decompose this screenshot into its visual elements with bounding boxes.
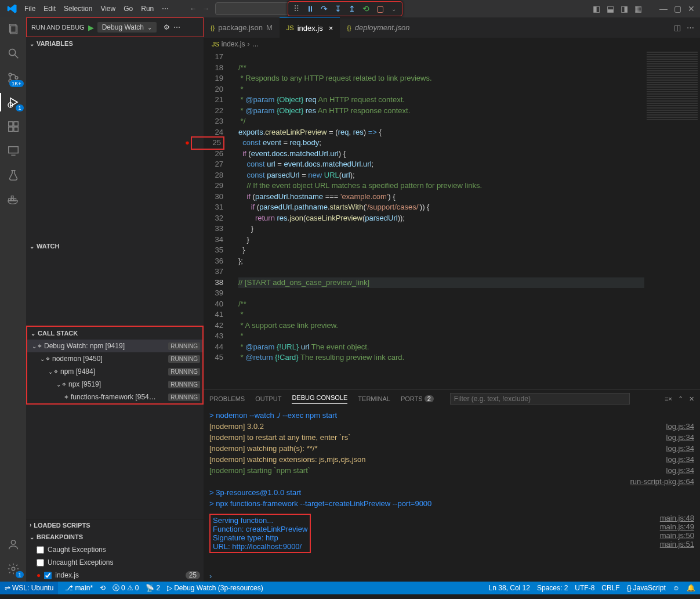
notifications-icon[interactable]: 🔔 bbox=[687, 584, 695, 592]
activity-docker-icon[interactable] bbox=[6, 193, 20, 207]
call-stack-row[interactable]: ⌄⌖npx [9519]RUNNING bbox=[27, 378, 202, 391]
menu-run[interactable]: Run bbox=[137, 3, 157, 14]
svg-rect-10 bbox=[8, 127, 12, 131]
bp-caught[interactable]: Caught Exceptions bbox=[26, 543, 204, 556]
debug-step-over-icon[interactable]: ↷ bbox=[318, 4, 330, 13]
activity-explorer-icon[interactable] bbox=[6, 22, 20, 36]
debug-step-out-icon[interactable]: ↥ bbox=[346, 4, 358, 13]
activity-bar: 1K+ 1 1 bbox=[0, 17, 26, 582]
tab-deployment-json[interactable]: {}deployment.json bbox=[340, 17, 416, 38]
status-errors[interactable]: ⓧ 0 ⚠ 0 bbox=[113, 583, 139, 593]
chevron-down-icon: ⌄ bbox=[30, 243, 34, 250]
panel-maximize-icon[interactable]: ⌃ bbox=[678, 395, 683, 403]
call-stack-row[interactable]: ⌖functions-framework [954…RUNNING bbox=[27, 391, 202, 403]
tab-index-js[interactable]: JSindex.js× bbox=[280, 17, 340, 38]
menu-go[interactable]: Go bbox=[120, 3, 136, 14]
debug-step-into-icon[interactable]: ↧ bbox=[332, 4, 344, 13]
window-close-icon[interactable]: ✕ bbox=[686, 4, 697, 13]
language-status[interactable]: {} JavaScript bbox=[627, 584, 666, 592]
window-minimize-icon[interactable]: — bbox=[658, 4, 669, 13]
start-debug-icon[interactable]: ▶ bbox=[88, 23, 94, 32]
panel-tab-output[interactable]: OUTPUT bbox=[255, 395, 281, 402]
panel-tab-ports[interactable]: PORTS 2 bbox=[401, 395, 434, 402]
bp-file[interactable]: ●index.js25 bbox=[26, 569, 204, 582]
filter-input[interactable] bbox=[450, 393, 630, 405]
debug-more-icon[interactable]: ⌄ bbox=[388, 6, 400, 12]
activity-settings-icon[interactable]: 1 bbox=[6, 562, 20, 576]
layout-customize-icon[interactable]: ▦ bbox=[633, 4, 643, 13]
svg-rect-12 bbox=[13, 122, 17, 126]
app-menu: File Edit Selection View Go Run ⋯ bbox=[21, 3, 172, 14]
debug-stop-icon[interactable]: ▢ bbox=[374, 4, 386, 13]
chevron-down-icon: ⌄ bbox=[30, 41, 34, 47]
watch-body bbox=[26, 252, 204, 326]
variables-header[interactable]: ⌄VARIABLES bbox=[26, 37, 204, 50]
remote-indicator[interactable]: ⇌ WSL: Ubuntu bbox=[0, 582, 58, 594]
breakpoints-panel: ⌄BREAKPOINTS Caught Exceptions Uncaught … bbox=[26, 531, 204, 582]
cursor-position[interactable]: Ln 38, Col 12 bbox=[489, 584, 530, 592]
menu-file[interactable]: File bbox=[21, 3, 39, 14]
activity-debug-icon[interactable]: 1 bbox=[6, 95, 20, 109]
window-maximize-icon[interactable]: ▢ bbox=[672, 4, 683, 13]
code-editor[interactable]: 1718192021222324252627282930313233343536… bbox=[204, 50, 700, 389]
debug-config-select[interactable]: Debug Watch⌄ bbox=[97, 22, 157, 33]
more-icon[interactable]: ⋯ bbox=[173, 23, 180, 31]
status-debug-task[interactable]: ▷ Debug Watch (3p-resources) bbox=[167, 584, 263, 592]
split-editor-icon[interactable]: ◫ bbox=[674, 23, 681, 32]
breadcrumb[interactable]: JSindex.js›… bbox=[204, 38, 700, 50]
nav-history: ← → bbox=[190, 5, 209, 13]
breakpoints-header[interactable]: ⌄BREAKPOINTS bbox=[26, 531, 204, 543]
watch-header[interactable]: ⌄WATCH bbox=[26, 240, 204, 252]
menu-edit[interactable]: Edit bbox=[40, 3, 59, 14]
panel-close-icon[interactable]: ✕ bbox=[689, 395, 694, 403]
nav-forward-icon[interactable]: → bbox=[202, 5, 209, 13]
svg-point-6 bbox=[15, 77, 18, 80]
status-ports[interactable]: 📡 2 bbox=[146, 584, 160, 592]
call-stack-row[interactable]: ⌄⌖nodemon [9450]RUNNING bbox=[27, 352, 202, 365]
line-gutter[interactable]: 1718192021222324252627282930313233343536… bbox=[204, 50, 231, 389]
svg-point-4 bbox=[9, 73, 12, 76]
bp-uncaught[interactable]: Uncaught Exceptions bbox=[26, 556, 204, 569]
debug-toolbar: ⠿ ⏸ ↷ ↧ ↥ ⟲ ▢ ⌄ bbox=[288, 1, 402, 16]
callstack-header[interactable]: ⌄CALL STACK bbox=[27, 327, 202, 340]
drag-handle-icon[interactable]: ⠿ bbox=[291, 4, 302, 13]
debug-pause-icon[interactable]: ⏸ bbox=[304, 4, 316, 13]
settings-badge: 1 bbox=[16, 571, 23, 578]
menu-selection[interactable]: Selection bbox=[60, 3, 96, 14]
activity-remote-icon[interactable] bbox=[6, 144, 20, 158]
activity-account-icon[interactable] bbox=[6, 537, 20, 551]
layout-toggle-left-icon[interactable]: ◧ bbox=[591, 4, 601, 13]
menu-overflow-icon[interactable]: ⋯ bbox=[158, 3, 172, 14]
activity-testing-icon[interactable] bbox=[6, 168, 20, 182]
editor-more-icon[interactable]: ⋯ bbox=[687, 23, 694, 32]
git-sync-icon[interactable]: ⟲ bbox=[100, 584, 106, 592]
loaded-scripts-header[interactable]: ›LOADED SCRIPTS bbox=[26, 519, 204, 531]
panel-tab-problems[interactable]: PROBLEMS bbox=[209, 395, 245, 402]
debug-restart-icon[interactable]: ⟲ bbox=[360, 4, 372, 13]
clear-icon[interactable]: ≡× bbox=[665, 395, 672, 403]
activity-scm-icon[interactable]: 1K+ bbox=[6, 71, 20, 85]
panel-tab-debug-console[interactable]: DEBUG CONSOLE bbox=[292, 394, 347, 404]
call-stack-row[interactable]: ⌄⌖npm [9484]RUNNING bbox=[27, 365, 202, 378]
encoding-status[interactable]: UTF-8 bbox=[575, 584, 594, 592]
eol-status[interactable]: CRLF bbox=[601, 584, 619, 592]
close-icon[interactable]: × bbox=[329, 24, 333, 33]
indent-status[interactable]: Spaces: 2 bbox=[537, 584, 568, 592]
panel-tab-terminal[interactable]: TERMINAL bbox=[358, 395, 390, 402]
menu-view[interactable]: View bbox=[97, 3, 119, 14]
activity-search-icon[interactable] bbox=[6, 46, 20, 60]
layout-toggle-bottom-icon[interactable]: ⬓ bbox=[605, 4, 615, 13]
feedback-icon[interactable]: ☺ bbox=[673, 584, 680, 592]
call-stack-row[interactable]: ⌄⌖Debug Watch: npm [9419]RUNNING bbox=[27, 340, 202, 352]
run-debug-label: RUN AND DEBUG bbox=[31, 24, 85, 31]
activity-extensions-icon[interactable] bbox=[6, 120, 20, 133]
debug-console-output[interactable]: > nodemon --watch ./ --exec npm start[no… bbox=[204, 407, 700, 582]
minimap[interactable] bbox=[644, 50, 700, 389]
debug-settings-icon[interactable]: ⚙ bbox=[164, 23, 170, 31]
code-content[interactable]: /** * Responds to any HTTP request relat… bbox=[231, 50, 644, 389]
nav-back-icon[interactable]: ← bbox=[190, 5, 197, 13]
layout-toggle-right-icon[interactable]: ◨ bbox=[619, 4, 629, 13]
git-branch[interactable]: ⎇ main* bbox=[65, 584, 93, 592]
tab-package-json[interactable]: {}package.json M bbox=[204, 17, 280, 38]
editor-group: {}package.json M JSindex.js× {}deploymen… bbox=[204, 17, 700, 582]
